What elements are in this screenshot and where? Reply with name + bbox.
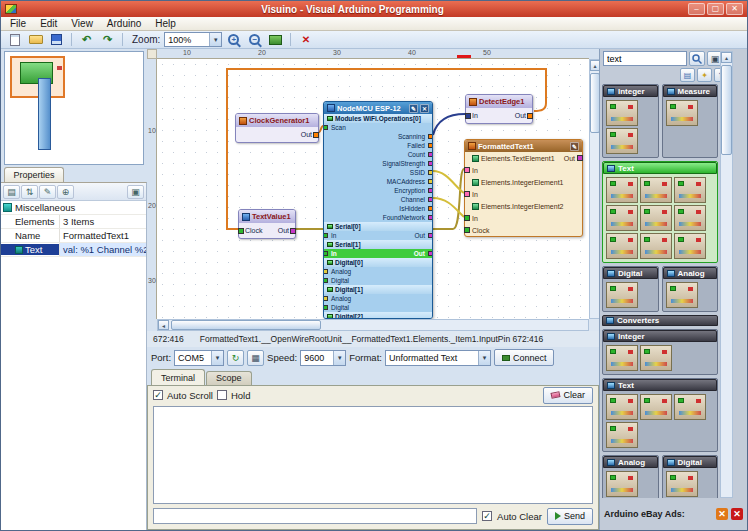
auto-scroll-checkbox[interactable]: ✓	[153, 390, 163, 400]
input-pin[interactable]	[238, 228, 244, 234]
nodemcu-pin-row[interactable]: SSID	[324, 168, 432, 177]
clear-button[interactable]: Clear	[543, 387, 593, 404]
scrollbar-thumb[interactable]	[171, 320, 321, 330]
component-thumbnail[interactable]	[640, 177, 672, 203]
output-pin[interactable]	[428, 188, 433, 193]
scroll-left-icon[interactable]: ◂	[158, 320, 169, 330]
component-header[interactable]: ClockGenerator1	[236, 114, 318, 127]
property-row-name[interactable]: NameFormattedText1	[1, 229, 146, 243]
menu-arduino[interactable]: Arduino	[100, 18, 148, 29]
property-value[interactable]: 3 Items	[59, 215, 146, 228]
pin-panel-button[interactable]: ▣	[127, 185, 144, 199]
ads-close-icon[interactable]: ✕	[731, 508, 743, 520]
speed-select[interactable]: 9600 ▾	[300, 350, 346, 366]
refresh-ports-button[interactable]: ↻	[227, 350, 244, 366]
nodemcu-group-row[interactable]: Digital[2]	[324, 312, 432, 319]
component-thumbnail[interactable]	[640, 345, 672, 371]
delete-button[interactable]: ✕	[296, 32, 315, 48]
component-thumbnail[interactable]	[606, 233, 638, 259]
input-pin[interactable]	[464, 227, 470, 233]
arduino-board-button[interactable]	[266, 32, 285, 48]
format-select[interactable]: Unformatted Text ▾	[385, 350, 491, 366]
output-pin[interactable]	[428, 179, 433, 184]
undo-button[interactable]: ↶	[77, 32, 96, 48]
formattedtext-row[interactable]: In	[465, 212, 582, 224]
component-thumbnail[interactable]	[606, 394, 638, 420]
formattedtext-row[interactable]: In	[465, 188, 582, 200]
input-pin[interactable]	[464, 191, 470, 197]
zoom-out-button[interactable]: −	[245, 32, 264, 48]
component-thumbnail[interactable]	[606, 128, 638, 154]
input-pin[interactable]	[323, 251, 328, 256]
hold-checkbox[interactable]	[217, 390, 227, 400]
canvas-horizontal-scrollbar[interactable]: ◂	[157, 319, 589, 331]
property-value[interactable]: FormattedText1	[59, 229, 146, 242]
input-pin[interactable]	[464, 215, 470, 221]
scroll-up-icon[interactable]: ▴	[721, 52, 732, 63]
tab-scope[interactable]: Scope	[206, 371, 252, 385]
menu-file[interactable]: File	[3, 18, 33, 29]
input-pin[interactable]	[323, 305, 328, 310]
toolbox-category-header-text-5[interactable]: Text	[603, 379, 717, 391]
close-icon[interactable]: ✕	[420, 104, 429, 113]
nodemcu-pin-row[interactable]: MACAddress	[324, 177, 432, 186]
nodemcu-pin-row[interactable]: Digital	[324, 276, 432, 285]
toolbox-category-header-digital-2[interactable]: Digital	[603, 267, 658, 279]
edit-icon[interactable]: ✎	[409, 104, 418, 113]
component-nodemcu[interactable]: NodeMCU ESP-12 ✎ ✕ Modules WiFi.Operatio…	[323, 101, 433, 319]
save-project-button[interactable]	[47, 32, 66, 48]
output-pin[interactable]	[313, 132, 319, 138]
nodemcu-group-row[interactable]: Digital[1]	[324, 285, 432, 294]
sort-button[interactable]: ⇅	[21, 185, 38, 199]
output-pin[interactable]	[428, 251, 433, 256]
output-pin[interactable]	[428, 170, 433, 175]
auto-clear-checkbox[interactable]: ✓	[482, 511, 492, 521]
nodemcu-pin-row[interactable]: FoundNetwork	[324, 213, 432, 222]
open-project-button[interactable]	[26, 32, 45, 48]
toolbox-search-input[interactable]	[603, 51, 687, 66]
nodemcu-pin-row[interactable]: Scan	[324, 123, 432, 132]
nodemcu-pin-row[interactable]: InOut	[324, 249, 432, 258]
input-pin[interactable]	[323, 296, 328, 301]
component-thumbnail[interactable]	[666, 471, 698, 497]
formattedtext-row[interactable]: Clock	[465, 224, 582, 236]
search-button[interactable]	[689, 51, 705, 66]
component-textvalue1[interactable]: TextValue1 Clock Out	[238, 209, 296, 239]
port-select[interactable]: COM5 ▾	[174, 350, 224, 366]
formattedtext-row[interactable]: Elements.TextElement1Out	[465, 152, 582, 164]
component-thumbnail[interactable]	[674, 233, 706, 259]
nodemcu-pin-row[interactable]: SignalStrength	[324, 159, 432, 168]
nodemcu-pin-row[interactable]: Analog	[324, 294, 432, 303]
filter-favorites-button[interactable]: ✦	[697, 68, 712, 82]
input-pin[interactable]	[465, 113, 471, 119]
nodemcu-pin-row[interactable]: Encryption	[324, 186, 432, 195]
nodemcu-pin-row[interactable]: Analog	[324, 267, 432, 276]
toolbox-category-header-analog-2[interactable]: Analog	[663, 267, 718, 279]
output-pin[interactable]	[428, 215, 433, 220]
output-pin[interactable]	[290, 228, 296, 234]
toolbox-category-header-integer-4[interactable]: Integer	[603, 330, 717, 342]
component-thumbnail[interactable]	[674, 205, 706, 231]
output-pin[interactable]	[428, 206, 433, 211]
menu-edit[interactable]: Edit	[33, 18, 64, 29]
minimize-button[interactable]: –	[688, 3, 705, 15]
nodemcu-group-row[interactable]: Digital[0]	[324, 258, 432, 267]
toolbox-category-header-converters-3[interactable]: Converters	[602, 315, 718, 326]
nodemcu-pin-row[interactable]: Digital	[324, 303, 432, 312]
port-settings-button[interactable]: ▦	[247, 350, 264, 366]
zoom-in-button[interactable]: +	[224, 32, 243, 48]
toolbox-scrollbar[interactable]: ▴	[720, 51, 733, 498]
terminal-output[interactable]	[153, 406, 593, 504]
component-clockgenerator1[interactable]: ClockGenerator1 Out	[235, 113, 319, 143]
redo-button[interactable]: ↶	[98, 32, 117, 48]
component-thumbnail[interactable]	[606, 422, 638, 448]
edit-icon[interactable]: ✎	[570, 142, 579, 151]
component-thumbnail[interactable]	[606, 471, 638, 497]
tab-terminal[interactable]: Terminal	[151, 369, 205, 385]
nodemcu-group-row[interactable]: Serial[1]	[324, 240, 432, 249]
nodemcu-pin-row[interactable]: Scanning	[324, 132, 432, 141]
component-thumbnail[interactable]	[606, 205, 638, 231]
output-pin[interactable]	[428, 143, 433, 148]
add-element-button[interactable]: ⊕	[57, 185, 74, 199]
property-row-text[interactable]: Textval: %1 Channel %2	[1, 243, 146, 257]
